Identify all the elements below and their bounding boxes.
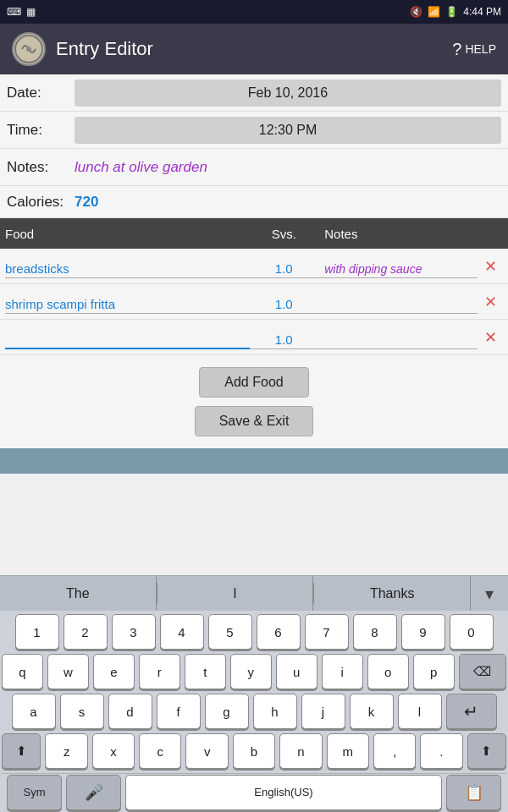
app-bar-left: Entry Editor (12, 32, 153, 66)
key-h[interactable]: h (253, 694, 297, 729)
status-bar: ⌨ ▦ 🔇 📶 🔋 4:44 PM (0, 0, 508, 24)
key-1[interactable]: 1 (15, 614, 59, 650)
autocomplete-thanks[interactable]: Thanks (314, 576, 471, 611)
content-spacer (0, 448, 508, 474)
number-row: 1 2 3 4 5 6 7 8 9 0 (2, 614, 506, 650)
col-notes-header: Notes (318, 227, 478, 241)
app-bar: Entry Editor ? HELP (0, 24, 508, 74)
food-row-3: 1.0 ✕ (0, 320, 508, 355)
key-i[interactable]: i (322, 654, 363, 689)
time-display: 4:44 PM (463, 6, 501, 18)
key-clipboard[interactable]: 📋 (446, 775, 501, 810)
key-9[interactable]: 9 (401, 614, 445, 650)
notes-value[interactable]: lunch at olive garden (75, 159, 207, 176)
key-k[interactable]: k (350, 694, 394, 729)
app-title: Entry Editor (56, 38, 153, 60)
key-y[interactable]: y (230, 654, 272, 689)
food-name-1[interactable]: breadsticks (5, 255, 250, 278)
key-r[interactable]: r (139, 654, 180, 689)
wifi-icon: 📶 (428, 6, 440, 18)
key-2[interactable]: 2 (64, 614, 108, 650)
key-3[interactable]: 3 (112, 614, 156, 650)
food-input-3[interactable] (5, 326, 250, 349)
time-label: Time: (7, 122, 75, 139)
signal-icon: ⌨ (7, 6, 21, 18)
key-c[interactable]: c (139, 733, 181, 769)
food-notes-1[interactable]: with dipping sauce (318, 255, 478, 278)
key-q[interactable]: q (2, 654, 43, 689)
key-e[interactable]: e (93, 654, 135, 689)
key-s[interactable]: s (60, 694, 104, 729)
key-n[interactable]: n (279, 733, 322, 769)
food-delete-2[interactable]: ✕ (478, 293, 503, 311)
battery-icon: 🔋 (445, 6, 458, 18)
autocomplete-bar: The I Thanks ▾ (0, 575, 508, 611)
key-j[interactable]: j (301, 694, 345, 729)
notes-label: Notes: (7, 159, 75, 176)
key-enter[interactable]: ↵ (446, 694, 497, 729)
col-food-header: Food (5, 227, 250, 241)
food-delete-3[interactable]: ✕ (478, 328, 503, 347)
key-p[interactable]: p (413, 654, 455, 689)
food-delete-1[interactable]: ✕ (478, 257, 503, 276)
qwerty-row: q w e r t y u i o p ⌫ (2, 654, 506, 689)
key-z[interactable]: z (45, 733, 87, 769)
key-7[interactable]: 7 (305, 614, 349, 650)
key-8[interactable]: 8 (353, 614, 397, 650)
key-g[interactable]: g (205, 694, 249, 729)
key-d[interactable]: d (108, 694, 152, 729)
key-shift-left[interactable]: ⬆ (2, 733, 41, 769)
food-svs-3[interactable]: 1.0 (250, 326, 318, 349)
mute-icon: 🔇 (410, 6, 422, 18)
save-exit-button[interactable]: Save & Exit (195, 406, 314, 436)
keyboard-rows: 1 2 3 4 5 6 7 8 9 0 q w e r t y u i o p … (0, 611, 508, 812)
help-label[interactable]: HELP (465, 42, 496, 56)
main-content: Date: Feb 10, 2016 Time: 12:30 PM Notes:… (0, 74, 508, 448)
key-4[interactable]: 4 (160, 614, 204, 650)
key-comma[interactable]: , (373, 733, 416, 769)
status-right: 🔇 📶 🔋 4:44 PM (410, 6, 501, 18)
zxcv-row: ⬆ z x c v b n m , . ⬆ (2, 733, 506, 769)
autocomplete-the[interactable]: The (0, 576, 157, 611)
key-w[interactable]: w (47, 654, 89, 689)
help-area[interactable]: ? HELP (452, 40, 496, 59)
key-x[interactable]: x (92, 733, 135, 769)
key-period[interactable]: . (420, 733, 462, 769)
key-t[interactable]: t (185, 654, 226, 689)
key-u[interactable]: u (276, 654, 318, 689)
key-mic[interactable]: 🎤 (66, 775, 121, 810)
key-f[interactable]: f (157, 694, 201, 729)
date-row: Date: Feb 10, 2016 (0, 74, 508, 112)
key-shift-right[interactable]: ⬆ (467, 733, 506, 769)
food-row-2: shrimp scampi fritta 1.0 ✕ (0, 284, 508, 320)
keyboard-area: The I Thanks ▾ 1 2 3 4 5 6 7 8 9 0 q w e… (0, 575, 508, 812)
key-5[interactable]: 5 (208, 614, 252, 650)
food-row-1: breadsticks 1.0 with dipping sauce ✕ (0, 249, 508, 284)
key-m[interactable]: m (327, 733, 369, 769)
key-b[interactable]: b (233, 733, 275, 769)
buttons-area: Add Food Save & Exit (0, 355, 508, 448)
food-svs-1[interactable]: 1.0 (250, 255, 318, 278)
key-sym[interactable]: Sym (7, 775, 62, 810)
key-a[interactable]: a (12, 694, 56, 729)
autocomplete-i[interactable]: I (157, 576, 314, 611)
key-space[interactable]: English(US) (125, 775, 442, 810)
key-0[interactable]: 0 (450, 614, 494, 650)
key-o[interactable]: o (367, 654, 409, 689)
bottom-bar: Sym 🎤 English(US) 📋 (2, 773, 506, 810)
food-notes-3 (318, 326, 478, 349)
key-backspace[interactable]: ⌫ (459, 654, 506, 689)
calories-label: Calories: (7, 194, 75, 211)
autocomplete-expand-button[interactable]: ▾ (471, 584, 508, 604)
key-v[interactable]: v (185, 733, 228, 769)
food-notes-2 (318, 290, 478, 314)
food-name-2[interactable]: shrimp scampi fritta (5, 290, 250, 314)
food-svs-2[interactable]: 1.0 (250, 290, 318, 314)
key-l[interactable]: l (398, 694, 442, 729)
help-question-icon: ? (452, 40, 461, 59)
time-button[interactable]: 12:30 PM (75, 117, 501, 144)
key-6[interactable]: 6 (257, 614, 301, 650)
date-button[interactable]: Feb 10, 2016 (75, 80, 501, 107)
col-svs-header: Svs. (250, 227, 318, 241)
add-food-button[interactable]: Add Food (199, 367, 309, 398)
